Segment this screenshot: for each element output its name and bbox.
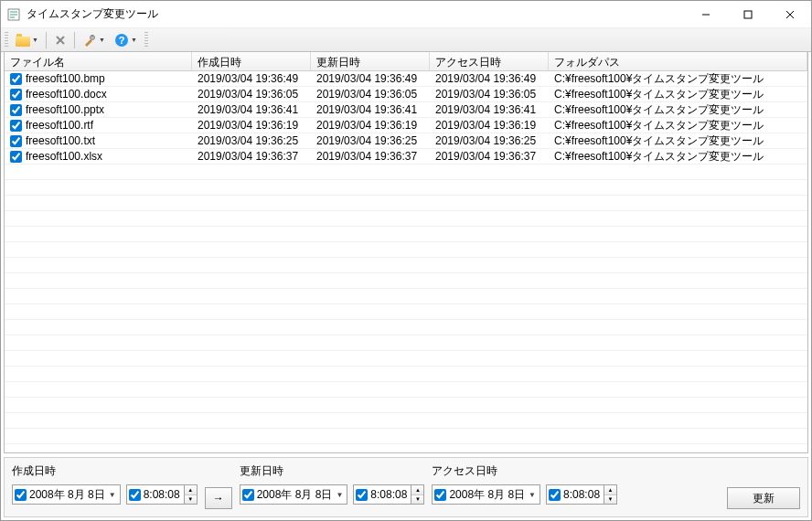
table-row-empty [5, 398, 807, 413]
table-row[interactable]: freesoft100.rtf2019/03/04 19:36:192019/0… [5, 118, 807, 133]
window-title: タイムスタンプ変更ツール [27, 6, 685, 22]
table-row[interactable]: freesoft100.xlsx2019/03/04 19:36:372019/… [5, 149, 807, 165]
table-row-empty [5, 413, 807, 429]
delete-button[interactable] [50, 30, 70, 50]
table-row-empty [5, 165, 807, 180]
modified-time-spinner[interactable]: ▲▼ [411, 484, 424, 505]
table-row[interactable]: freesoft100.txt2019/03/04 19:36:252019/0… [5, 133, 807, 149]
created-group: 作成日時 2008年 8月 8日 ▼ 8:08:08 ▲▼ [12, 463, 198, 509]
table-row-empty [5, 382, 807, 398]
cell-accessed: 2019/03/04 19:36:05 [430, 88, 549, 101]
table-row[interactable]: freesoft100.pptx2019/03/04 19:36:412019/… [5, 102, 807, 118]
modified-time-field[interactable]: 8:08:08 [353, 484, 411, 505]
cell-path: C:¥freesoft100¥タイムスタンプ変更ツール [549, 102, 807, 118]
cell-modified: 2019/03/04 19:36:49 [311, 72, 430, 85]
accessed-time-checkbox[interactable] [549, 489, 561, 501]
svg-rect-2 [744, 11, 752, 18]
cell-created: 2019/03/04 19:36:25 [192, 134, 311, 147]
toolbar-grip[interactable] [5, 32, 8, 48]
table-row-empty [5, 180, 807, 196]
accessed-time-field[interactable]: 8:08:08 [546, 484, 604, 505]
table-row-empty [5, 367, 807, 382]
file-name: freesoft100.pptx [26, 103, 104, 116]
created-time-spinner[interactable]: ▲▼ [185, 484, 198, 505]
accessed-time-spinner[interactable]: ▲▼ [604, 484, 617, 505]
col-header-name[interactable]: ファイル名 [5, 52, 192, 70]
file-name: freesoft100.rtf [26, 119, 93, 132]
cell-accessed: 2019/03/04 19:36:25 [430, 134, 549, 147]
spin-down-icon[interactable]: ▼ [185, 495, 197, 505]
created-date-checkbox[interactable] [15, 489, 27, 501]
update-button-label: 更新 [753, 491, 775, 506]
row-checkbox[interactable] [10, 73, 22, 85]
accessed-group: アクセス日時 2008年 8月 8日 ▼ 8:08:08 ▲▼ [432, 463, 617, 509]
open-button[interactable]: ▼ [12, 30, 42, 50]
accessed-label: アクセス日時 [432, 463, 617, 479]
settings-button[interactable]: ▼ [79, 30, 109, 50]
window-controls [685, 1, 811, 27]
table-row[interactable]: freesoft100.docx2019/03/04 19:36:052019/… [5, 87, 807, 102]
table-row-empty [5, 273, 807, 289]
col-header-modified[interactable]: 更新日時 [311, 52, 430, 70]
col-header-created[interactable]: 作成日時 [192, 52, 311, 70]
list-body[interactable]: freesoft100.bmp2019/03/04 19:36:492019/0… [5, 71, 807, 452]
close-button[interactable] [769, 1, 811, 28]
help-button[interactable]: ? ▼ [111, 30, 141, 50]
table-row-empty [5, 351, 807, 367]
cell-created: 2019/03/04 19:36:49 [192, 72, 311, 85]
cell-path: C:¥freesoft100¥タイムスタンプ変更ツール [549, 149, 807, 165]
svg-rect-8 [91, 35, 93, 37]
col-header-path[interactable]: フォルダパス [549, 52, 807, 70]
spin-down-icon[interactable]: ▼ [604, 495, 616, 505]
modified-date-value: 2008年 8月 8日 [257, 487, 333, 503]
table-row-empty [5, 227, 807, 242]
x-delete-icon [54, 34, 67, 47]
cell-modified: 2019/03/04 19:36:19 [311, 119, 430, 132]
cell-created: 2019/03/04 19:36:19 [192, 119, 311, 132]
spin-up-icon[interactable]: ▲ [604, 485, 616, 495]
spin-up-icon[interactable]: ▲ [411, 485, 423, 495]
cell-accessed: 2019/03/04 19:36:19 [430, 119, 549, 132]
maximize-button[interactable] [727, 1, 769, 28]
created-time-field[interactable]: 8:08:08 [126, 484, 185, 505]
modified-date-checkbox[interactable] [242, 489, 254, 501]
created-date-value: 2008年 8月 8日 [29, 487, 105, 503]
table-row-empty [5, 320, 807, 335]
modified-date-picker[interactable]: 2008年 8月 8日 ▼ [240, 484, 348, 505]
chevron-down-icon: ▼ [336, 491, 343, 499]
cell-modified: 2019/03/04 19:36:37 [311, 150, 430, 163]
chevron-down-icon: ▼ [131, 37, 137, 43]
cell-path: C:¥freesoft100¥タイムスタンプ変更ツール [549, 118, 807, 133]
toolbar: ▼ ▼ ? ▼ [1, 28, 811, 52]
accessed-date-picker[interactable]: 2008年 8月 8日 ▼ [432, 484, 540, 505]
created-date-picker[interactable]: 2008年 8月 8日 ▼ [12, 484, 121, 505]
row-checkbox[interactable] [10, 104, 22, 116]
row-checkbox[interactable] [10, 135, 22, 147]
row-checkbox[interactable] [10, 120, 22, 132]
created-time-checkbox[interactable] [129, 489, 141, 501]
toolbar-separator [74, 32, 75, 48]
row-checkbox[interactable] [10, 89, 22, 101]
toolbar-grip[interactable] [144, 32, 148, 48]
table-row-empty [5, 289, 807, 304]
spin-up-icon[interactable]: ▲ [185, 485, 197, 495]
file-list: ファイル名 作成日時 更新日時 アクセス日時 フォルダパス freesoft10… [4, 51, 808, 453]
cell-accessed: 2019/03/04 19:36:37 [430, 150, 549, 163]
help-icon: ? [114, 33, 129, 48]
modified-group: 更新日時 2008年 8月 8日 ▼ 8:08:08 ▲▼ [240, 463, 425, 509]
app-icon [6, 7, 21, 22]
accessed-date-checkbox[interactable] [434, 489, 446, 501]
row-checkbox[interactable] [10, 151, 22, 163]
cell-accessed: 2019/03/04 19:36:49 [430, 72, 549, 85]
table-row-empty [5, 258, 807, 273]
table-row[interactable]: freesoft100.bmp2019/03/04 19:36:492019/0… [5, 71, 807, 87]
modified-time-checkbox[interactable] [356, 489, 368, 501]
apply-arrow-button[interactable]: → [205, 487, 232, 509]
spin-down-icon[interactable]: ▼ [411, 495, 423, 505]
cell-path: C:¥freesoft100¥タイムスタンプ変更ツール [549, 87, 807, 102]
update-button[interactable]: 更新 [727, 487, 800, 509]
col-header-accessed[interactable]: アクセス日時 [430, 52, 549, 70]
minimize-button[interactable] [685, 1, 727, 28]
titlebar: タイムスタンプ変更ツール [1, 1, 811, 28]
table-row-empty [5, 242, 807, 258]
